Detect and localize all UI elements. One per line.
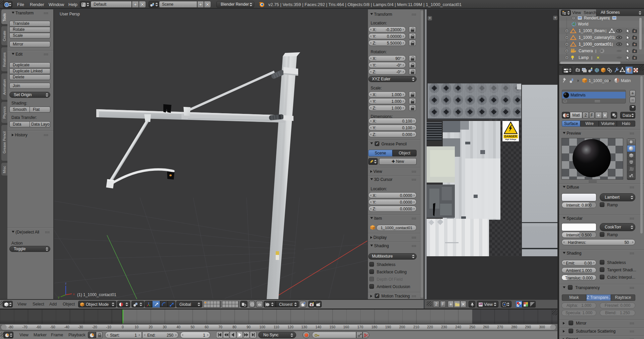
svg-text:RenderLayers: RenderLayers: [584, 16, 609, 20]
svg-text:|: |: [612, 42, 613, 46]
svg-text:+: +: [573, 16, 574, 20]
svg-text:Lamp: Lamp: [579, 55, 589, 60]
svg-text:+: +: [566, 29, 568, 33]
svg-text:+: +: [566, 56, 568, 60]
svg-text:|: |: [595, 49, 596, 53]
svg-text:+: +: [566, 49, 568, 53]
svg-text:z: z: [65, 282, 66, 285]
svg-text:+: +: [565, 100, 566, 103]
svg-text:+: +: [566, 36, 568, 40]
svg-text:|: |: [609, 16, 610, 20]
svg-text:|: |: [614, 36, 615, 40]
svg-text:World: World: [578, 22, 588, 26]
svg-text:|: |: [605, 29, 606, 33]
svg-text:1_1000_co: 1_1000_co: [589, 78, 609, 83]
svg-text:y: y: [58, 295, 60, 299]
svg-text:i: i: [6, 3, 7, 7]
svg-text:x: x: [73, 292, 75, 296]
svg-text:|: |: [591, 56, 592, 60]
svg-text:Matin: Matin: [621, 78, 631, 83]
svg-text:Camera: Camera: [579, 49, 593, 53]
svg-text:1_1000_Beam: 1_1000_Beam: [579, 28, 605, 33]
svg-text:1_1000_contact01: 1_1000_contact01: [579, 42, 612, 47]
svg-text:+: +: [566, 43, 568, 46]
svg-text:1_1000_catenary01: 1_1000_catenary01: [579, 35, 614, 40]
